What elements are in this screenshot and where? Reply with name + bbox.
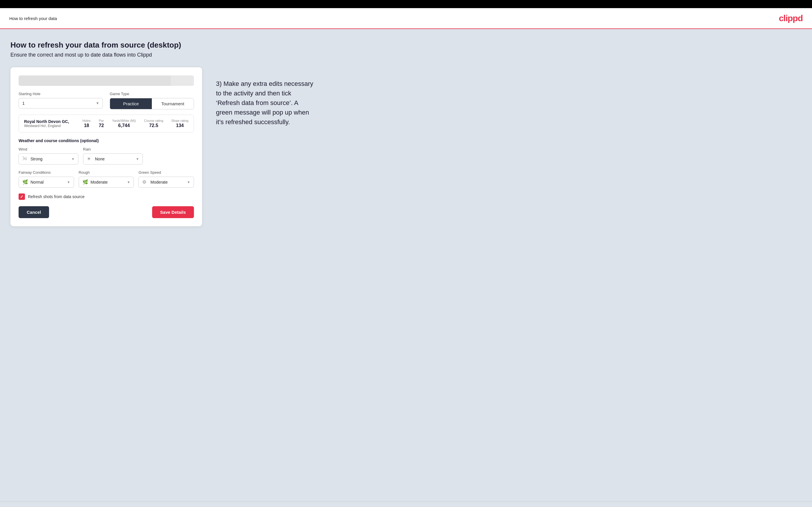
top-form-row: Starting Hole 1 ▼ Game Type Practice Tou… bbox=[18, 92, 194, 109]
par-label: Par bbox=[99, 119, 104, 122]
course-info: Royal North Devon GC, Westward Ho!, Engl… bbox=[24, 119, 70, 128]
page-heading: How to refresh your data from source (de… bbox=[10, 41, 802, 50]
content-row: Starting Hole 1 ▼ Game Type Practice Tou… bbox=[10, 67, 802, 226]
refresh-label: Refresh shots from data source bbox=[28, 194, 85, 199]
tab-placeholder-right bbox=[171, 75, 194, 86]
rain-caret: ▼ bbox=[136, 157, 139, 161]
slope-rating-label: Slope rating bbox=[171, 119, 189, 122]
fairway-value: Normal bbox=[31, 180, 65, 184]
par-value: 72 bbox=[99, 123, 104, 128]
stat-course-rating: Course rating 72.5 bbox=[144, 119, 163, 128]
course-location: Westward Ho!, England bbox=[24, 124, 70, 128]
game-type-label: Game Type bbox=[110, 92, 194, 96]
stat-yards: Yards/White (M)) 6,744 bbox=[112, 119, 136, 128]
fairway-dropdown[interactable]: 🌿 Normal ▼ bbox=[18, 177, 74, 188]
card-top-tabs bbox=[18, 75, 194, 86]
logo: clippd bbox=[779, 13, 803, 23]
holes-label: Holes bbox=[83, 119, 91, 122]
fairway-icon: 🌿 bbox=[22, 179, 28, 185]
starting-hole-group: Starting Hole 1 ▼ bbox=[18, 92, 103, 109]
checkmark-icon: ✓ bbox=[20, 194, 23, 199]
rain-label: Rain bbox=[83, 147, 143, 152]
main-content: How to refresh your data from source (de… bbox=[0, 29, 812, 501]
tab-placeholder-left bbox=[18, 75, 171, 86]
button-row: Cancel Save Details bbox=[18, 206, 194, 218]
rain-icon: ☀ bbox=[87, 156, 93, 162]
page-subheading: Ensure the correct and most up to date d… bbox=[10, 52, 802, 58]
slope-rating-value: 134 bbox=[176, 123, 184, 128]
rough-caret: ▼ bbox=[127, 180, 130, 184]
green-speed-label: Green Speed bbox=[139, 170, 194, 175]
green-speed-dropdown[interactable]: ⚙ Moderate ▼ bbox=[139, 177, 194, 188]
rain-value: None bbox=[95, 157, 134, 161]
wind-dropdown[interactable]: 🌬 Strong ▼ bbox=[18, 154, 79, 164]
starting-hole-label: Starting Hole bbox=[18, 92, 103, 96]
green-speed-group: Green Speed ⚙ Moderate ▼ bbox=[139, 170, 194, 188]
course-rating-value: 72.5 bbox=[149, 123, 158, 128]
rough-group: Rough 🌿 Moderate ▼ bbox=[79, 170, 134, 188]
footer: Copyright Clippd 2022 bbox=[0, 501, 812, 507]
starting-hole-wrapper: 1 ▼ bbox=[18, 98, 103, 109]
rough-value: Moderate bbox=[91, 180, 125, 184]
green-speed-caret: ▼ bbox=[187, 180, 190, 184]
rain-group: Rain ☀ None ▼ bbox=[83, 147, 143, 164]
wind-icon: 🌬 bbox=[22, 156, 28, 162]
game-type-group: Game Type Practice Tournament bbox=[110, 92, 194, 109]
game-type-buttons: Practice Tournament bbox=[110, 98, 194, 109]
weather-section-title: Weather and course conditions (optional) bbox=[18, 138, 194, 143]
wind-rain-row: Wind 🌬 Strong ▼ Rain ☀ None ▼ bbox=[18, 147, 194, 164]
form-card: Starting Hole 1 ▼ Game Type Practice Tou… bbox=[10, 67, 202, 226]
course-stats: Holes 18 Par 72 Yards/White (M)) 6,744 C… bbox=[83, 119, 189, 128]
green-speed-icon: ⚙ bbox=[142, 179, 148, 185]
fairway-group: Fairway Conditions 🌿 Normal ▼ bbox=[18, 170, 74, 188]
save-button[interactable]: Save Details bbox=[152, 206, 194, 218]
refresh-checkbox[interactable]: ✓ bbox=[18, 193, 25, 200]
wind-caret: ▼ bbox=[71, 157, 74, 161]
course-row: Royal North Devon GC, Westward Ho!, Engl… bbox=[18, 115, 194, 132]
stat-par: Par 72 bbox=[99, 119, 104, 128]
rough-dropdown[interactable]: 🌿 Moderate ▼ bbox=[79, 177, 134, 188]
wind-label: Wind bbox=[18, 147, 79, 152]
rain-dropdown[interactable]: ☀ None ▼ bbox=[83, 154, 143, 164]
top-bar bbox=[0, 0, 812, 8]
tournament-button[interactable]: Tournament bbox=[152, 98, 194, 109]
holes-value: 18 bbox=[84, 123, 89, 128]
wind-value: Strong bbox=[31, 157, 69, 161]
course-rating-label: Course rating bbox=[144, 119, 163, 122]
yards-label: Yards/White (M)) bbox=[112, 119, 136, 122]
header: How to refresh your data clippd bbox=[0, 8, 812, 29]
yards-value: 6,744 bbox=[118, 123, 130, 128]
rain-spacer bbox=[148, 147, 194, 164]
fairway-label: Fairway Conditions bbox=[18, 170, 74, 175]
side-note: 3) Make any extra edits necessary to the… bbox=[216, 67, 315, 127]
green-speed-value: Moderate bbox=[150, 180, 185, 184]
course-name: Royal North Devon GC, bbox=[24, 119, 70, 124]
wind-group: Wind 🌬 Strong ▼ bbox=[18, 147, 79, 164]
rough-icon: 🌿 bbox=[83, 179, 88, 185]
stat-slope-rating: Slope rating 134 bbox=[171, 119, 189, 128]
rough-label: Rough bbox=[79, 170, 134, 175]
fairway-caret: ▼ bbox=[67, 180, 70, 184]
starting-hole-select[interactable]: 1 bbox=[18, 98, 103, 109]
stat-holes: Holes 18 bbox=[83, 119, 91, 128]
header-title: How to refresh your data bbox=[9, 16, 57, 21]
conditions-row: Fairway Conditions 🌿 Normal ▼ Rough 🌿 Mo… bbox=[18, 170, 194, 188]
side-note-text: 3) Make any extra edits necessary to the… bbox=[216, 79, 315, 127]
cancel-button[interactable]: Cancel bbox=[18, 206, 49, 218]
refresh-checkbox-row: ✓ Refresh shots from data source bbox=[18, 193, 194, 200]
practice-button[interactable]: Practice bbox=[110, 98, 152, 109]
